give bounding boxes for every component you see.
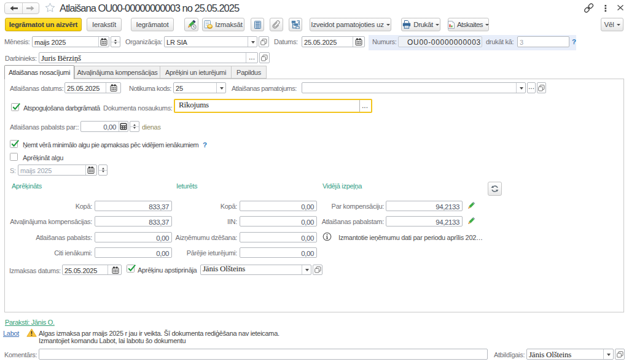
approved-by-label[interactable]: Aprēķinu apstiprināja — [138, 266, 197, 274]
employee-select-dots-button[interactable]: ... — [249, 55, 255, 59]
doc-name-dots-button[interactable]: ... — [362, 104, 368, 107]
open-icon — [260, 39, 267, 45]
calc-salary-label[interactable]: Aprēķināt algu — [23, 154, 63, 161]
pay-document-coin-icon — [204, 20, 213, 29]
employee-open-button[interactable] — [259, 52, 270, 63]
min-wage-label[interactable]: Ņemt vērā minimālo algu pie apmaksas pēc… — [23, 141, 198, 149]
withheld-other-value: 0,00 — [301, 250, 314, 257]
calendar-icon[interactable] — [87, 166, 95, 174]
calculator-icon[interactable] — [120, 123, 127, 130]
dismissal-reason-combo[interactable] — [302, 82, 526, 93]
attachments-button[interactable] — [270, 18, 283, 31]
approved-checkbox[interactable] — [127, 265, 135, 273]
s-field-input[interactable]: maijs 2025 — [18, 165, 97, 176]
doc-name-input[interactable]: Rīkojums ... — [174, 99, 372, 113]
input-section-divider — [248, 37, 248, 47]
close-icon[interactable] — [617, 5, 623, 10]
reports-button[interactable]: Atskaites — [448, 18, 489, 31]
pay-button[interactable]: Izmaksāt — [202, 18, 244, 31]
signatures-link[interactable]: Paraksti: Jānis O. — [5, 319, 55, 326]
register-records-button[interactable] — [251, 18, 264, 31]
payment-date-input[interactable]: 25.05.2025 — [62, 265, 122, 275]
combo-caret-icon[interactable] — [220, 87, 224, 90]
input-section-divider — [98, 37, 99, 47]
event-code-combo[interactable]: 25 — [173, 82, 226, 93]
spinner-down-icon[interactable] — [102, 171, 104, 172]
date-input[interactable]: 25.05.2025 — [302, 36, 365, 47]
combo-caret-icon[interactable] — [251, 41, 255, 44]
workbook-label[interactable]: Atspoguļošana darbgrāmatā — [23, 104, 100, 112]
workbook-checkbox[interactable] — [11, 103, 19, 111]
benefit-days-input[interactable]: 0,00 — [80, 121, 128, 132]
set-posting-time-button[interactable] — [184, 18, 198, 31]
calendar-icon[interactable] — [100, 38, 107, 45]
dismissal-reason-dots-button[interactable]: ... — [527, 82, 536, 93]
doc-name-value: Rīkojums — [179, 101, 209, 109]
post-button[interactable]: Iegrāmatot — [131, 18, 174, 31]
min-wage-checkbox[interactable] — [10, 140, 18, 148]
document-structure-button[interactable] — [289, 18, 302, 31]
employee-input[interactable]: Juris Bērziņš ... — [39, 52, 258, 63]
spinner-down-icon[interactable] — [133, 127, 136, 129]
write-button[interactable]: Ierakstīt — [87, 18, 122, 31]
calendar-icon[interactable] — [355, 38, 362, 45]
calc-salary-checkbox[interactable] — [10, 153, 18, 161]
spinner-down-icon[interactable] — [114, 42, 117, 44]
combo-caret-icon[interactable] — [607, 354, 611, 356]
withheld-header: Ieturēts — [176, 182, 197, 190]
spinner-up-icon[interactable] — [133, 124, 136, 126]
average-benefit-input[interactable]: 94,2133 — [386, 216, 463, 227]
month-spinner[interactable] — [111, 36, 120, 47]
edit-link[interactable]: Labot — [3, 330, 19, 337]
organization-open-button[interactable] — [259, 36, 269, 47]
edit-pencil-icon[interactable] — [466, 201, 476, 211]
benefit-days-spinner[interactable] — [130, 121, 139, 132]
approved-by-combo[interactable]: Jānis Olšteins — [200, 265, 311, 275]
forward-button[interactable] — [21, 3, 39, 14]
tab-aprekini[interactable]: Aprēķini un ieturējumi — [160, 66, 232, 79]
doc-name-label: Dokumenta nosaukums: — [103, 104, 173, 112]
s-field-spinner[interactable] — [98, 165, 107, 176]
calendar-icon[interactable] — [110, 84, 117, 91]
post-and-close-button[interactable]: Iegrāmatot un aizvērt — [5, 18, 82, 31]
refresh-button[interactable] — [488, 182, 502, 196]
organization-label: Organizācija: — [125, 38, 162, 45]
print-button[interactable]: Drukāt — [401, 18, 440, 31]
tab-papildus[interactable]: Papildus — [231, 66, 267, 79]
dismissal-reason-open-button[interactable] — [537, 82, 546, 93]
approved-by-value: Jānis Olšteins — [203, 265, 245, 273]
create-based-on-button[interactable]: Izveidot pamatojoties uz — [310, 18, 391, 31]
organization-value: LR SIA — [166, 39, 187, 46]
tab-nosacijumi[interactable]: Atlaišanas nosacījumi — [4, 65, 74, 79]
combo-caret-icon[interactable] — [305, 269, 309, 271]
print-as-help-icon[interactable]: ? — [572, 38, 576, 45]
average-benefit-value: 94,2133 — [436, 219, 459, 226]
more-actions-button[interactable]: Vēl — [601, 18, 623, 31]
responsible-combo[interactable]: Jānis Olšteins — [526, 349, 614, 360]
min-wage-help-icon[interactable]: ? — [203, 141, 207, 149]
spinner-up-icon[interactable] — [114, 39, 117, 41]
print-as-input[interactable]: 3 — [517, 36, 569, 47]
withheld-row-label: Pārējie ieturējumi: — [158, 249, 237, 257]
average-compensation-input[interactable]: 94,2133 — [386, 201, 463, 211]
organization-combo[interactable]: LR SIA — [164, 36, 257, 47]
comment-input[interactable] — [39, 349, 488, 360]
dismissal-date-value: 25.05.2025 — [67, 85, 100, 92]
back-button[interactable] — [5, 3, 22, 14]
responsible-open-button[interactable] — [615, 349, 625, 360]
get-link-icon[interactable] — [584, 3, 594, 13]
tab-label: Atvaļinājuma kompensācijas — [77, 69, 158, 76]
month-input[interactable]: maijs 2025 — [32, 36, 109, 47]
approved-by-open-button[interactable] — [313, 265, 322, 275]
withheld-other-input[interactable]: 0,00 — [240, 247, 317, 258]
favorite-star-icon[interactable] — [45, 2, 55, 13]
combo-caret-icon[interactable] — [520, 87, 523, 90]
edit-pencil-icon[interactable] — [466, 216, 476, 226]
dismissal-date-input[interactable]: 25.05.2025 — [64, 82, 121, 93]
withheld-loans-input[interactable]: 0,00 — [240, 232, 317, 242]
more-menu-kebab-icon[interactable] — [604, 5, 607, 12]
spinner-up-icon[interactable] — [102, 168, 104, 169]
post-label: Iegrāmatot — [136, 21, 169, 28]
tab-kompensacijas[interactable]: Atvaļinājuma kompensācijas — [74, 66, 160, 79]
calendar-icon[interactable] — [112, 266, 119, 274]
